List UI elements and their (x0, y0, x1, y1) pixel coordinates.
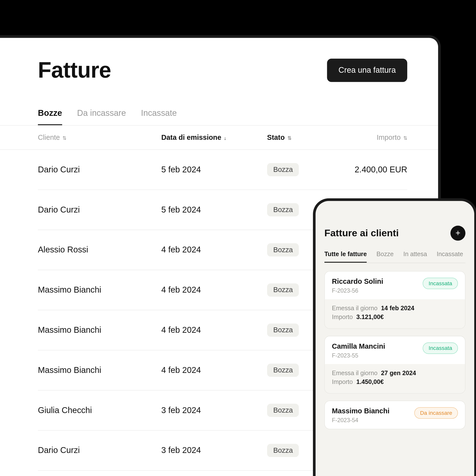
status-badge: Da incassare (414, 407, 458, 419)
value-date: 27 gen 2024 (381, 369, 416, 376)
cell-data: 4 feb 2024 (161, 365, 267, 375)
plus-icon: + (456, 228, 460, 238)
status-badge: Bozza (267, 323, 299, 337)
tab-bozze[interactable]: Bozze (38, 108, 62, 125)
cell-data: 5 feb 2024 (161, 205, 267, 215)
col-header-stato[interactable]: Stato⇅ (267, 134, 338, 141)
invoice-card[interactable]: Camilla ManciniF-2023-55IncassataEmessa … (324, 336, 465, 394)
cell-data: 4 feb 2024 (161, 325, 267, 335)
invoice-card[interactable]: Riccardo SoliniF-2023-56IncassataEmessa … (324, 271, 465, 329)
tab-da-incassare[interactable]: Da incassare (77, 108, 126, 125)
label-emessa: Emessa il giorno (332, 369, 377, 376)
table-row[interactable]: Dario Curzi5 feb 2024Bozza2.400,00 EUR (38, 150, 407, 190)
card-client-name: Camilla Mancini (332, 342, 385, 350)
cell-cliente: Giulia Checchi (38, 406, 161, 415)
col-header-cliente[interactable]: Cliente⇅ (38, 134, 161, 141)
status-badge: Bozza (267, 283, 299, 297)
cell-cliente: Dario Curzi (38, 165, 161, 175)
status-badge: Bozza (267, 243, 299, 257)
card-ref: F-2023-56 (332, 288, 383, 294)
col-header-data[interactable]: Data di emissione↓ (161, 134, 267, 141)
cell-cliente: Dario Curzi (38, 205, 161, 215)
cell-cliente: Massimo Bianchi (38, 325, 161, 335)
cell-cliente: Dario Curzi (38, 446, 161, 456)
value-date: 14 feb 2024 (381, 305, 414, 312)
card-client-name: Massimo Bianchi (332, 407, 389, 415)
cell-data: 3 feb 2024 (161, 406, 267, 415)
value-amount: 3.121,00€ (356, 313, 384, 321)
cell-cliente: Massimo Bianchi (38, 285, 161, 295)
status-badge: Incassata (423, 278, 458, 289)
cell-stato: Bozza (267, 163, 338, 176)
cell-data: 5 feb 2024 (161, 165, 267, 175)
sort-icon: ⇅ (403, 136, 407, 141)
cell-cliente: Alessio Rossi (38, 245, 161, 255)
mobile-tab-in-attesa[interactable]: In attesa (403, 250, 427, 262)
card-client-name: Riccardo Solini (332, 278, 383, 286)
mobile-tabs: Tutte le fattureBozzeIn attesaIncassate (324, 250, 465, 263)
table-header: Cliente⇅ Data di emissione↓ Stato⇅ Impor… (0, 126, 438, 150)
status-badge: Bozza (267, 163, 299, 176)
cell-cliente: Massimo Bianchi (38, 365, 161, 375)
value-amount: 1.450,00€ (356, 378, 384, 385)
label-importo: Importo (332, 313, 353, 321)
status-badge: Bozza (267, 364, 299, 377)
status-badge: Bozza (267, 444, 299, 457)
mobile-device: Fatture ai clienti + Tutte le fattureBoz… (313, 198, 476, 476)
card-ref: F-2023-54 (332, 417, 389, 424)
sort-icon: ⇅ (288, 136, 291, 141)
cell-data: 4 feb 2024 (161, 285, 267, 295)
sort-icon: ⇅ (62, 136, 66, 141)
page-title: Fatture (38, 57, 111, 83)
card-details: Emessa il giorno27 gen 2024Importo1.450,… (325, 364, 465, 393)
label-emessa: Emessa il giorno (332, 305, 377, 312)
label-importo: Importo (332, 378, 353, 385)
status-badge: Incassata (423, 342, 458, 354)
cell-data: 4 feb 2024 (161, 245, 267, 255)
col-header-importo[interactable]: Importo⇅ (338, 134, 407, 141)
card-ref: F-2023-55 (332, 352, 385, 359)
tab-incassate[interactable]: Incassate (141, 108, 177, 125)
sort-desc-icon: ↓ (224, 136, 226, 141)
invoice-card[interactable]: Massimo BianchiF-2023-54Da incassare (324, 401, 465, 429)
card-details: Emessa il giorno14 feb 2024Importo3.121,… (325, 299, 465, 328)
mobile-tab-tutte-le-fatture[interactable]: Tutte le fatture (324, 250, 367, 262)
add-invoice-button[interactable]: + (451, 226, 465, 241)
mobile-tab-bozze[interactable]: Bozze (377, 250, 394, 262)
mobile-tab-incassate[interactable]: Incassate (437, 250, 463, 262)
mobile-title: Fatture ai clienti (324, 227, 399, 239)
cell-data: 3 feb 2024 (161, 446, 267, 456)
status-badge: Bozza (267, 404, 299, 417)
status-badge: Bozza (267, 203, 299, 217)
create-invoice-button[interactable]: Crea una fattura (327, 59, 407, 82)
cell-importo: 2.400,00 EUR (338, 165, 407, 175)
desktop-tabs: BozzeDa incassareIncassate (0, 108, 438, 126)
